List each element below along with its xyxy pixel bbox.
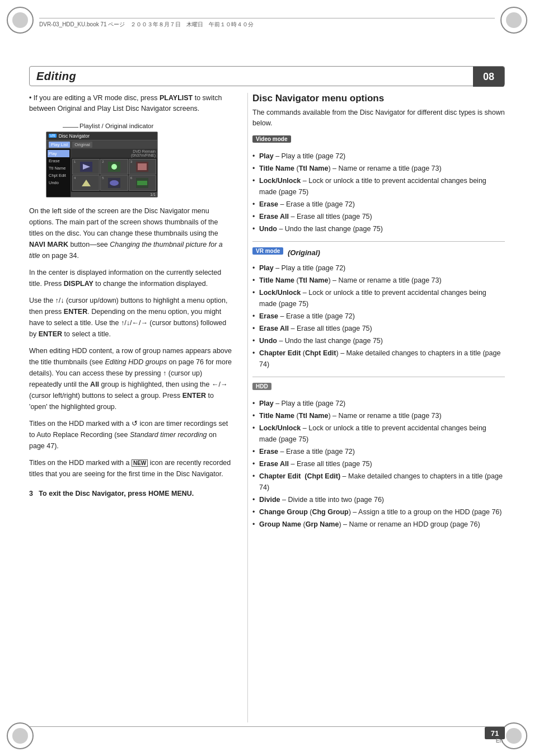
list-item: Lock/Unlock – Lock or unlock a title to … bbox=[252, 422, 505, 445]
vr-mode-list: Play – Play a title (page 72) Title Name… bbox=[252, 262, 505, 370]
list-item: Play – Play a title (page 72) bbox=[252, 398, 505, 409]
sidebar-undo: Undo bbox=[48, 179, 69, 186]
svg-point-3 bbox=[111, 164, 117, 170]
svg-point-9 bbox=[110, 180, 119, 186]
list-item: Title Name (Ttl Name) – Name or rename a… bbox=[252, 275, 505, 286]
playlist-tab: Play List bbox=[49, 142, 70, 148]
hdd-mode-list: Play – Play a title (page 72) Title Name… bbox=[252, 398, 505, 530]
list-item: Lock/Unlock – Lock or unlock a title to … bbox=[252, 287, 505, 309]
list-item: Erase All – Erase all titles (page 75) bbox=[252, 458, 505, 469]
body-para-4: When editing HDD content, a row of group… bbox=[29, 345, 234, 412]
section-divider-1 bbox=[252, 241, 505, 242]
body-para-1: On the left side of the screen are the D… bbox=[29, 205, 234, 261]
list-item: Erase All – Erase all titles (page 75) bbox=[252, 211, 505, 222]
disc-nav-right: DVD Remain(0h37m/FINE) 1 2 3 bbox=[71, 149, 157, 197]
section-title: Disc Navigator menu options bbox=[252, 93, 505, 104]
list-item: Lock/Unlock – Lock or unlock a title to … bbox=[252, 175, 505, 198]
vr-mode-section-header: VR mode (Original) bbox=[252, 247, 505, 258]
disc-nav-sidebar: Play Erase Ttl Name Chpt Edit Undo bbox=[46, 149, 71, 197]
body-para-6: Titles on the HDD marked with a NEW icon… bbox=[29, 457, 234, 480]
intro-paragraph: • If you are editing a VR mode disc, pre… bbox=[29, 93, 234, 115]
video-mode-section-header: Video mode bbox=[252, 135, 505, 146]
diagram-container: Playlist / Original indicator VR Disc Na… bbox=[46, 123, 234, 198]
disc-nav-title-label: Disc Navigator bbox=[59, 133, 90, 139]
disc-navigator-mockup: VR Disc Navigator Play List Original Pla… bbox=[46, 132, 158, 198]
thumb-3: 3 bbox=[129, 159, 156, 175]
list-item: Change Group (Chg Group) – Assign a titl… bbox=[252, 506, 505, 518]
thumb-6: 6 bbox=[129, 175, 156, 191]
disc-nav-header: VR Disc Navigator bbox=[46, 132, 157, 140]
svg-rect-11 bbox=[137, 181, 147, 185]
vr-mode-title: (Original) bbox=[285, 248, 320, 257]
thumb-4: 4 bbox=[72, 175, 100, 191]
thumb-5: 5 bbox=[100, 175, 128, 191]
list-item: Play – Play a title (page 72) bbox=[252, 151, 505, 162]
list-item: Title Name (Ttl Name) – Name or rename a… bbox=[252, 163, 505, 174]
list-item: Erase – Erase a title (page 72) bbox=[252, 311, 505, 322]
video-mode-badge: Video mode bbox=[252, 135, 291, 143]
thumb-1: 1 bbox=[72, 159, 100, 175]
original-tab: Original bbox=[72, 142, 92, 148]
list-item: Group Name (Grp Name) – Name or rename a… bbox=[252, 519, 505, 530]
sidebar-erase: Erase bbox=[48, 157, 69, 165]
list-item: Erase All – Erase all titles (page 75) bbox=[252, 323, 505, 334]
list-item: Undo – Undo the last change (page 75) bbox=[252, 223, 505, 234]
list-item: Divide – Divide a title into two (page 7… bbox=[252, 494, 505, 505]
list-item: Chapter Edit (Chpt Edit) – Make detailed… bbox=[252, 471, 505, 493]
disc-nav-thumbnails: 1 2 3 4 bbox=[71, 158, 157, 192]
disc-nav-remain: DVD Remain(0h37m/FINE) bbox=[71, 149, 157, 158]
thumb-2: 2 bbox=[100, 159, 128, 175]
sidebar-chpt-edit: Chpt Edit bbox=[48, 172, 69, 179]
list-item: Erase – Erase a title (page 72) bbox=[252, 446, 505, 457]
corner-decoration-tr bbox=[500, 7, 527, 34]
list-item: Chapter Edit (Chpt Edit) – Make detailed… bbox=[252, 348, 505, 370]
bottom-rule bbox=[29, 726, 505, 727]
hdd-mode-badge: HDD bbox=[252, 383, 271, 390]
hdd-section-header: HDD bbox=[252, 383, 505, 393]
disc-nav-tabs: Play List Original bbox=[46, 140, 157, 149]
body-para-3: Use the ↑/↓ (cursor up/down) buttons to … bbox=[29, 295, 234, 340]
list-item: Title Name (Ttl Name) – Name or rename a… bbox=[252, 410, 505, 421]
svg-rect-5 bbox=[138, 163, 147, 170]
meta-text: DVR-03_HDD_KU.book 71 ページ ２００３年８月７日 木曜日 … bbox=[39, 21, 254, 27]
disc-nav-body: Play Erase Ttl Name Chpt Edit Undo DVD R… bbox=[46, 149, 157, 197]
step-instruction: 3 To exit the Disc Navigator, press HOME… bbox=[29, 489, 234, 499]
main-content: • If you are editing a VR mode disc, pre… bbox=[29, 93, 505, 722]
chapter-number: 08 bbox=[473, 67, 504, 87]
page-lang: En bbox=[496, 738, 503, 744]
header-bar: Editing 08 bbox=[29, 66, 505, 86]
left-column: • If you are editing a VR mode disc, pre… bbox=[29, 93, 247, 722]
vr-mode-badge: VR mode bbox=[252, 247, 283, 255]
corner-decoration-tl bbox=[7, 7, 34, 34]
list-item: Erase – Erase a title (page 72) bbox=[252, 199, 505, 210]
vr-badge: VR bbox=[49, 134, 57, 138]
diagram-label: Playlist / Original indicator bbox=[46, 123, 234, 129]
list-item: Play – Play a title (page 72) bbox=[252, 262, 505, 274]
meta-bar: DVR-03_HDD_KU.book 71 ページ ２００３年８月７日 木曜日 … bbox=[39, 18, 495, 29]
section-subtitle: The commands available from the Disc Nav… bbox=[252, 107, 505, 129]
body-para-5: Titles on the HDD marked with a ↺ icon a… bbox=[29, 418, 234, 452]
page-title: Editing bbox=[36, 70, 76, 83]
sidebar-play: Play bbox=[48, 150, 69, 157]
disc-nav-footer: 1/1 bbox=[71, 192, 157, 197]
page-number: 71 bbox=[491, 729, 499, 738]
right-column: Disc Navigator menu options The commands… bbox=[247, 93, 505, 722]
section-divider-2 bbox=[252, 377, 505, 377]
sidebar-ttl-name: Ttl Name bbox=[48, 165, 69, 172]
list-item: Undo – Undo the last change (page 75) bbox=[252, 335, 505, 346]
video-mode-list: Play – Play a title (page 72) Title Name… bbox=[252, 151, 505, 234]
body-para-2: In the center is displayed information o… bbox=[29, 267, 234, 289]
